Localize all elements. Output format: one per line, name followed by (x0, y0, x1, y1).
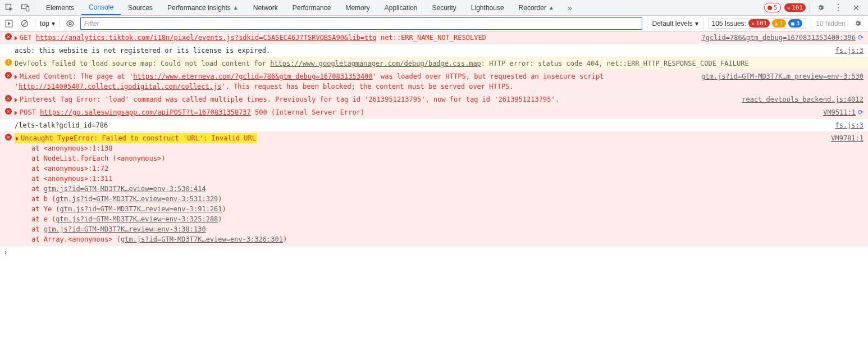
issues-button[interactable]: 105 Issues: 101 ▲1 ■3 (708, 18, 807, 29)
console-row-warn[interactable]: !DevTools failed to load source map: Cou… (0, 57, 868, 70)
message-text: : HTTP error: status code 404, net::ERR_… (481, 60, 749, 67)
console-prompt[interactable]: › (0, 246, 868, 258)
message-text: POST (20, 108, 40, 116)
tab-application[interactable]: Application (377, 0, 425, 15)
device-toggle-icon[interactable] (18, 1, 33, 15)
hidden-count[interactable]: 10 hidden (816, 20, 846, 28)
issues-warn-badge: ▲1 (772, 19, 786, 28)
message-text: Mixed Content: The page at ' (20, 72, 133, 80)
stack-source-link[interactable]: gtm.js?id=GTM-MD3T7K…eview=env-3:530:414 (44, 185, 206, 193)
tab-performance-insights[interactable]: Performance insights▲ (160, 0, 246, 15)
source-link[interactable]: VM9511:1 (823, 108, 856, 116)
expand-icon[interactable] (15, 111, 17, 115)
error-message: Uncaught TypeError: Failed to construct … (21, 134, 256, 142)
log-levels-label: Default levels (652, 20, 692, 28)
goto-icon[interactable]: ⟳ (858, 34, 864, 42)
message-text: acsb: this website is not registered or … (15, 47, 270, 55)
console-row-error[interactable]: ✕GET https://analytics.tiktok.com/i18n/p… (0, 31, 868, 44)
clear-console-icon[interactable] (19, 16, 30, 31)
message-text: http://514005407.collect.igodigital.com/… (19, 83, 221, 90)
stack-source-link[interactable]: gtm.js?id=GTM-MD3T7K…review=env-3:38:130 (44, 225, 206, 233)
expand-icon[interactable] (15, 36, 17, 40)
console-toolbar: top ▾ Default levels ▾ 105 Issues: 101 ▲… (0, 16, 868, 31)
goto-icon[interactable]: ⟳ (858, 108, 864, 116)
source-link[interactable]: VM9781:1 (831, 134, 864, 142)
message-text: /lets-talk?gclid_id=786 (15, 121, 108, 129)
source-link[interactable]: gtm.js?id=GTM-MD3T7K…m_preview=env-3:530 (701, 72, 864, 80)
issues-error-badge: 101 (748, 19, 770, 28)
message-text: net::ERR_NAME_NOT_RESOLVED (377, 34, 486, 42)
close-icon[interactable]: ✕ (849, 1, 864, 15)
error-icon: ✕ (5, 33, 12, 40)
tab-recorder[interactable]: Recorder▲ (511, 0, 561, 15)
svg-point-6 (69, 22, 71, 25)
source-link[interactable]: ?gclid=786&gtm_debug=1670831353400:396 (701, 34, 856, 42)
tab-security[interactable]: Security (425, 0, 464, 15)
message-text: https://www.googletagmanager.com/debug/b… (270, 60, 481, 67)
console-row-error[interactable]: ✕POST https://go.saleswingsapp.com/apiPO… (0, 106, 868, 119)
eye-icon[interactable] (65, 16, 76, 31)
log-levels-selector[interactable]: Default levels ▾ (652, 20, 698, 28)
kebab-menu-icon[interactable]: ⋮ (831, 1, 846, 15)
stack-line: at <anonymous>:1:72 (31, 164, 824, 174)
source-link[interactable]: fs.js:3 (835, 121, 864, 129)
stack-source-link[interactable]: gtm.js?id=GTM-MD3T7K…review=env-3:91:261 (60, 205, 222, 213)
console-settings-icon[interactable] (850, 16, 865, 31)
chevron-down-icon: ▾ (695, 20, 698, 28)
prompt-chevron-icon: › (4, 248, 7, 256)
stack-line: at Array.<anonymous> (gtm.js?id=GTM-MD3T… (31, 234, 824, 244)
stack-source-link[interactable]: gtm.js?id=GTM-MD3T7K…eview=env-3:325:288 (56, 215, 218, 223)
error-icon: ✕ (5, 95, 12, 102)
context-selector[interactable]: top ▾ (40, 20, 55, 28)
expand-icon[interactable] (16, 137, 19, 141)
message-text: Pinterest Tag Error: 'load' command was … (20, 96, 559, 103)
tab-elements[interactable]: Elements (39, 0, 81, 15)
stack-line: at b (gtm.js?id=GTM-MD3T7K…eview=env-3:5… (31, 194, 824, 204)
stack-line: at e (gtm.js?id=GTM-MD3T7K…eview=env-3:3… (31, 214, 824, 224)
stack-line: at Ye (gtm.js?id=GTM-MD3T7K…review=env-3… (31, 204, 824, 214)
filter-input[interactable] (80, 17, 643, 30)
stack-line: at gtm.js?id=GTM-MD3T7K…review=env-3:38:… (31, 224, 824, 234)
message-text: https://go.saleswingsapp.com/apiPOST?t=1… (40, 108, 251, 116)
error-icon: ✕ (5, 108, 12, 115)
inspect-icon[interactable] (2, 1, 17, 15)
tab-network[interactable]: Network (246, 0, 285, 15)
chevron-down-icon: ▾ (52, 20, 55, 28)
warning-icon: ! (5, 59, 12, 66)
expand-icon[interactable] (15, 75, 17, 79)
console-row-error[interactable]: ✕Mixed Content: The page at 'https://www… (0, 70, 868, 93)
error-count-fill-badge[interactable]: 101 (784, 3, 806, 12)
console-row-error[interactable]: ✕Pinterest Tag Error: 'load' command was… (0, 93, 868, 106)
message-text: 500 (Internal Server Error) (251, 108, 364, 116)
stack-source-link[interactable]: gtm.js?id=GTM-MD3T7K…eview=env-3:531:329 (56, 195, 218, 203)
separator (647, 19, 647, 29)
execute-icon[interactable] (3, 16, 15, 31)
tab-memory[interactable]: Memory (338, 0, 377, 15)
stack-source-link[interactable]: gtm.js?id=GTM-MD3T7K…eview=env-3:326:301 (121, 235, 283, 243)
error-count-outline-badge[interactable]: 5 (764, 3, 781, 12)
console-output: ✕GET https://analytics.tiktok.com/i18n/p… (0, 31, 868, 132)
settings-icon[interactable] (813, 1, 828, 15)
console-row-error[interactable]: ✕ Uncaught TypeError: Failed to construc… (0, 132, 868, 246)
tab-lighthouse[interactable]: Lighthouse (464, 0, 511, 15)
expand-icon[interactable] (15, 98, 17, 102)
source-link[interactable]: react_devtools_backend.js:4012 (742, 96, 864, 103)
tab-console[interactable]: Console (81, 0, 121, 15)
stack-line: at gtm.js?id=GTM-MD3T7K…eview=env-3:530:… (31, 184, 824, 194)
console-row-log[interactable]: acsb: this website is not registered or … (0, 44, 868, 57)
separator (703, 19, 703, 29)
error-icon: ✕ (5, 72, 12, 79)
separator (811, 19, 811, 29)
context-label: top (40, 20, 49, 28)
tab-performance[interactable]: Performance (285, 0, 339, 15)
error-icon: ✕ (5, 134, 12, 140)
svg-rect-2 (26, 6, 29, 11)
tab-sources[interactable]: Sources (121, 0, 160, 15)
console-row-log[interactable]: /lets-talk?gclid_id=786fs.js:3 (0, 119, 868, 132)
stack-line: at NodeList.forEach (<anonymous>) (31, 153, 824, 164)
message-text: https://www.eterneva.com/?gclid=786&gtm_… (133, 72, 372, 80)
source-link[interactable]: fs.js:3 (835, 47, 864, 55)
message-text: GET (20, 34, 36, 42)
separator (809, 3, 810, 13)
more-tabs-icon[interactable]: » (563, 1, 577, 15)
